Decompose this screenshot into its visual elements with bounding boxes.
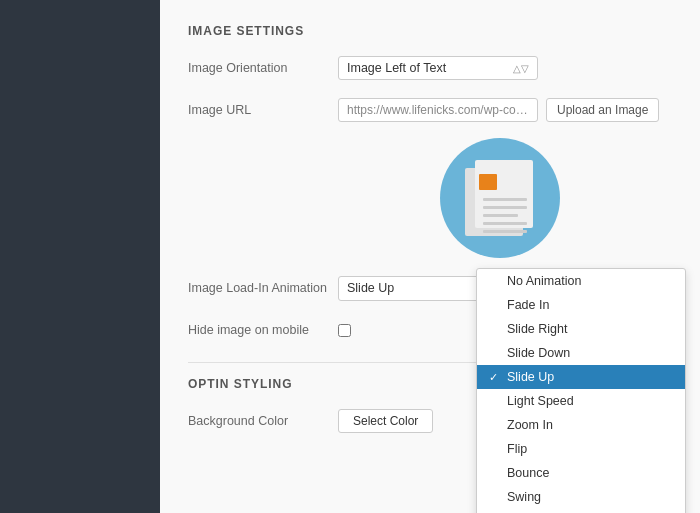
dropdown-item[interactable]: Fade In: [477, 293, 685, 317]
animation-label: Image Load-In Animation: [188, 281, 338, 295]
animation-value: Slide Up: [347, 281, 394, 295]
newspaper-icon: [465, 161, 535, 236]
dropdown-item[interactable]: Light Speed: [477, 389, 685, 413]
image-orientation-value: Image Left of Text: [347, 61, 446, 75]
newspaper-line-4: [483, 222, 527, 225]
dropdown-item-label: Light Speed: [507, 394, 574, 408]
image-orientation-control: Image Left of Text △▽: [338, 56, 672, 80]
newspaper-front: [475, 160, 533, 228]
dropdown-item[interactable]: Zoom In: [477, 413, 685, 437]
animation-dropdown[interactable]: No AnimationFade InSlide RightSlide Down…: [476, 268, 686, 513]
dropdown-item-label: Fade In: [507, 298, 549, 312]
dropdown-item[interactable]: Bounce: [477, 461, 685, 485]
image-url-input[interactable]: https://www.lifenicks.com/wp-content: [338, 98, 538, 122]
dropdown-item[interactable]: No Animation: [477, 269, 685, 293]
dropdown-item-label: Bounce: [507, 466, 549, 480]
image-url-label: Image URL: [188, 103, 338, 117]
dropdown-item[interactable]: Swing: [477, 485, 685, 509]
newspaper-line-1: [483, 198, 527, 201]
image-orientation-row: Image Orientation Image Left of Text △▽: [188, 54, 672, 82]
image-url-row: Image URL https://www.lifenicks.com/wp-c…: [188, 96, 672, 124]
newspaper-line-5: [483, 230, 527, 233]
select-color-button[interactable]: Select Color: [338, 409, 433, 433]
sidebar: [0, 0, 160, 513]
dropdown-item-label: Zoom In: [507, 418, 553, 432]
dropdown-item-label: No Animation: [507, 274, 581, 288]
image-orientation-select[interactable]: Image Left of Text △▽: [338, 56, 538, 80]
dropdown-item-label: Flip: [507, 442, 527, 456]
main-content: IMAGE SETTINGS Image Orientation Image L…: [160, 0, 700, 513]
dropdown-item[interactable]: Flip: [477, 437, 685, 461]
newspaper-image-block: [479, 174, 497, 190]
image-orientation-label: Image Orientation: [188, 61, 338, 75]
dropdown-item-label: Slide Down: [507, 346, 570, 360]
dropdown-item-label: Slide Up: [507, 370, 554, 384]
newspaper-line-2: [483, 206, 527, 209]
hide-image-label: Hide image on mobile: [188, 323, 338, 337]
background-color-label: Background Color: [188, 414, 338, 428]
dropdown-item-label: Slide Right: [507, 322, 567, 336]
dropdown-item[interactable]: Tada!: [477, 509, 685, 513]
upload-image-button[interactable]: Upload an Image: [546, 98, 659, 122]
dropdown-item[interactable]: Slide Down: [477, 341, 685, 365]
image-preview-area: [328, 138, 672, 258]
hide-image-checkbox[interactable]: [338, 324, 351, 337]
dropdown-item[interactable]: ✓Slide Up: [477, 365, 685, 389]
image-url-control: https://www.lifenicks.com/wp-content Upl…: [338, 98, 672, 122]
newspaper-line-3: [483, 214, 518, 217]
preview-circle: [440, 138, 560, 258]
dropdown-item-label: Swing: [507, 490, 541, 504]
chevron-icon: △▽: [513, 63, 529, 74]
checkmark-icon: ✓: [489, 371, 501, 384]
image-settings-title: IMAGE SETTINGS: [188, 24, 672, 38]
dropdown-item[interactable]: Slide Right: [477, 317, 685, 341]
